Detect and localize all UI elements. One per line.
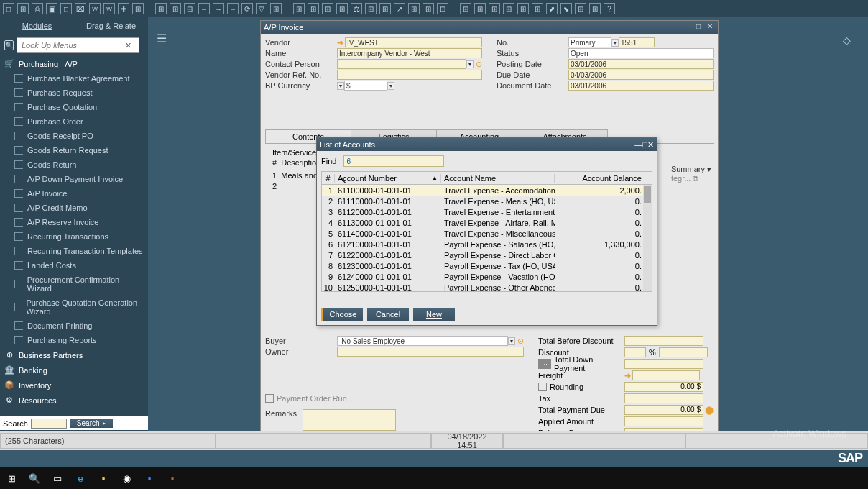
link-arrow-icon[interactable]: ➜ <box>624 371 631 380</box>
toolbar-icon[interactable]: W <box>89 3 101 14</box>
toolbar-icon[interactable]: ⊞ <box>132 3 144 14</box>
toolbar-icon[interactable]: ⊞ <box>336 3 348 14</box>
dropdown-icon[interactable]: ▾ <box>466 60 474 68</box>
col-account-name-header[interactable]: Account Name <box>441 174 555 183</box>
sidebar-section-purchasing[interactable]: 🛒 Purchasing - A/P <box>0 56 148 71</box>
info-icon[interactable]: ⊙ <box>476 60 482 69</box>
bottom-search-input[interactable] <box>31 419 67 429</box>
summary-type-label[interactable]: Summary ▾tegr... ⧉ <box>671 165 711 183</box>
lookup-menus-input[interactable] <box>17 37 139 53</box>
toolbar-icon[interactable]: ⬈ <box>546 3 558 14</box>
doc-input[interactable]: 03/01/2006 <box>568 81 714 91</box>
sidebar-tab-drag-relate[interactable]: Drag & Relate <box>74 17 148 35</box>
search-button[interactable]: Search ▸ <box>70 419 113 428</box>
toolbar-icon[interactable]: → <box>227 3 239 14</box>
dropdown-icon[interactable]: ▾ <box>611 39 619 47</box>
toolbar-refresh-icon[interactable]: ⟳ <box>241 3 253 14</box>
new-button[interactable]: New <box>413 308 455 321</box>
dropdown-icon[interactable]: ▾ <box>387 82 394 90</box>
start-button[interactable]: ⊞ <box>4 471 19 485</box>
account-row[interactable]: 861230000-01-001-01Payroll Expense - Tax… <box>322 260 652 271</box>
toolbar-icon[interactable]: ▣ <box>46 3 57 14</box>
account-row[interactable]: 361120000-01-001-01Travel Expense - Ente… <box>322 206 652 217</box>
dropdown-icon[interactable]: ▾ <box>337 82 344 90</box>
link-arrow-icon[interactable]: ➜ <box>337 38 343 47</box>
toolbar-icon[interactable]: ⊞ <box>423 3 434 14</box>
toolbar-nav-back-icon[interactable]: ← <box>198 3 210 14</box>
toolbar-filter-icon[interactable]: ▽ <box>256 3 267 14</box>
toolbar-help-icon[interactable]: ? <box>604 3 615 14</box>
clear-search-icon[interactable]: ✕ <box>125 41 131 50</box>
toolbar-icon[interactable]: ⊞ <box>460 3 471 14</box>
dropdown-icon[interactable]: ▾ <box>508 337 515 345</box>
toolbar-icon[interactable]: ✚ <box>118 3 129 14</box>
name-input[interactable]: Intercompany Vendor - West <box>337 48 482 58</box>
maximize-icon[interactable]: □ <box>693 22 703 32</box>
contact-input[interactable] <box>337 59 466 69</box>
owner-input[interactable] <box>337 347 524 357</box>
toolbar-icon[interactable]: ⊞ <box>503 3 514 14</box>
toolbar-icon[interactable]: ⊞ <box>365 3 377 14</box>
find-input[interactable] <box>343 155 444 167</box>
col-num-header[interactable]: # <box>322 174 335 183</box>
sidebar-item[interactable]: A/P Down Payment Invoice <box>0 172 148 186</box>
account-row[interactable]: 461130000-01-001-01Travel Expense - Airf… <box>322 217 652 228</box>
due-input[interactable]: 04/03/2006 <box>568 70 714 80</box>
ie-icon[interactable]: e <box>73 471 88 485</box>
account-row[interactable]: 661210000-01-001-01Payroll Expense - Sal… <box>322 239 652 250</box>
chrome-icon[interactable]: ◉ <box>119 471 134 485</box>
account-row[interactable]: 761220000-01-001-01Payroll Expense - Dir… <box>322 250 652 260</box>
dialog-titlebar[interactable]: List of Accounts — □ ✕ <box>317 138 657 151</box>
col-account-number-header[interactable]: Account Number▲ <box>335 174 441 183</box>
payment-order-checkbox[interactable] <box>265 394 274 403</box>
rounding-checkbox[interactable] <box>538 383 547 391</box>
no-value-input[interactable]: 1551 <box>619 37 655 47</box>
sidebar-group[interactable]: 🏦Banking <box>0 362 148 378</box>
toolbar-icon[interactable]: ⌧ <box>75 3 86 14</box>
toolbar-icon[interactable]: ⊞ <box>517 3 529 14</box>
sidebar-item[interactable]: Recurring Transaction Templates <box>0 244 148 258</box>
toolbar-icon[interactable]: ⊡ <box>437 3 448 14</box>
sidebar-item[interactable]: A/P Invoice <box>0 186 148 201</box>
toolbar-icon[interactable]: ⊞ <box>155 3 167 14</box>
toolbar-icon[interactable]: ⊞ <box>170 3 181 14</box>
account-row[interactable]: 261110000-01-001-01Travel Expense - Meal… <box>322 196 652 206</box>
sidebar-item[interactable]: Goods Return <box>0 157 148 172</box>
sidebar-item[interactable]: A/P Credit Memo <box>0 201 148 215</box>
sidebar-item[interactable]: Purchase Quotation <box>0 100 148 114</box>
window-titlebar[interactable]: A/P Invoice — □ ✕ <box>261 21 718 34</box>
close-icon[interactable]: ✕ <box>705 22 715 32</box>
buyer-input[interactable]: -No Sales Employee- <box>337 336 508 346</box>
search-icon[interactable]: 🔍 <box>4 40 14 50</box>
account-row[interactable]: 1061250000-01-001-01Payroll Expense - Ot… <box>322 282 652 291</box>
info-icon[interactable]: ⊙ <box>517 337 524 346</box>
sidebar-group[interactable]: 📦Inventory <box>0 378 148 393</box>
toolbar-icon[interactable]: ⊞ <box>379 3 391 14</box>
no-type-input[interactable]: Primary <box>568 37 611 47</box>
toolbar-nav-fwd-icon[interactable]: → <box>213 3 224 14</box>
choose-button[interactable]: Choose <box>321 308 363 321</box>
toolbar-icon[interactable]: □ <box>60 3 72 14</box>
sidebar-item[interactable]: Procurement Confirmation Wizard <box>0 273 148 296</box>
down-payment-button[interactable]: ... <box>538 359 551 369</box>
account-row[interactable]: 561140000-01-001-01Travel Expense - Misc… <box>322 228 652 239</box>
ref-input[interactable] <box>337 70 482 80</box>
vendor-input[interactable]: IV_WEST <box>345 37 482 47</box>
sidebar-item[interactable]: A/P Reserve Invoice <box>0 215 148 229</box>
maximize-icon[interactable]: □ <box>642 140 647 149</box>
sidebar-item[interactable]: Purchasing Reports <box>0 333 148 347</box>
col-balance-header[interactable]: Account Balance <box>555 174 652 183</box>
minimize-icon[interactable]: — <box>634 140 642 149</box>
account-row[interactable]: 161100000-01-001-01Travel Expense - Acco… <box>322 185 652 196</box>
sidebar-item[interactable]: Goods Receipt PO <box>0 129 148 143</box>
currency-input[interactable]: $ <box>344 81 387 91</box>
app-icon[interactable]: ▪ <box>165 471 180 485</box>
sidebar-item[interactable]: Purchase Blanket Agreement <box>0 71 148 86</box>
remarks-input[interactable] <box>303 409 396 431</box>
toolbar-icon[interactable]: ⬊ <box>560 3 572 14</box>
toolbar-icon[interactable]: ⚖ <box>351 3 362 14</box>
sidebar-item[interactable]: Purchase Request <box>0 86 148 100</box>
toolbar-icon[interactable]: ⊞ <box>308 3 319 14</box>
toolbar-icon[interactable]: ⊞ <box>589 3 601 14</box>
toolbar-icon[interactable]: ⊞ <box>293 3 305 14</box>
